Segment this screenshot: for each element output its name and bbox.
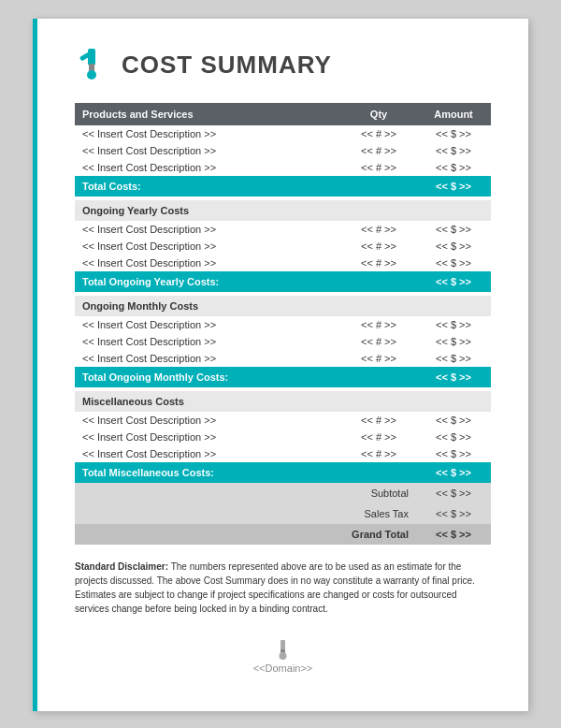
row-amount: << $ >> bbox=[416, 350, 491, 367]
section-header-label: Ongoing Yearly Costs bbox=[75, 200, 491, 221]
row-description: << Insert Cost Description >> bbox=[75, 445, 341, 462]
row-description: << Insert Cost Description >> bbox=[75, 350, 341, 367]
section-total-amount: << $ >> bbox=[416, 462, 491, 483]
table-row: << Insert Cost Description >><< # >><< $… bbox=[75, 221, 491, 238]
table-row: << Insert Cost Description >><< # >><< $… bbox=[75, 333, 491, 350]
page-header: COST SUMMARY bbox=[75, 47, 491, 82]
row-qty: << # >> bbox=[341, 316, 416, 333]
section-header-label: Miscellaneous Costs bbox=[75, 391, 491, 412]
section-total-label: Total Miscellaneous Costs: bbox=[75, 462, 416, 483]
row-amount: << $ >> bbox=[416, 221, 491, 238]
row-amount: << $ >> bbox=[416, 429, 491, 445]
section-header-row: Miscellaneous Costs bbox=[75, 391, 491, 412]
subtotal-value: << $ >> bbox=[416, 483, 491, 503]
row-amount: << $ >> bbox=[416, 238, 491, 255]
table-row: << Insert Cost Description >><< # >><< $… bbox=[75, 255, 491, 271]
row-qty: << # >> bbox=[341, 333, 416, 350]
section-total-amount: << $ >> bbox=[416, 271, 491, 292]
paintbrush-icon bbox=[75, 47, 110, 82]
row-description: << Insert Cost Description >> bbox=[75, 221, 341, 238]
section-total-label: Total Ongoing Yearly Costs: bbox=[75, 271, 416, 292]
section-header-row: Ongoing Yearly Costs bbox=[75, 200, 491, 221]
table-row: << Insert Cost Description >><< # >><< $… bbox=[75, 412, 491, 429]
section-total-row: Total Costs:<< $ >> bbox=[75, 176, 491, 197]
col-header-amount: Amount bbox=[416, 103, 491, 125]
grandtotal-row: Grand Total<< $ >> bbox=[75, 524, 491, 545]
table-row: << Insert Cost Description >><< # >><< $… bbox=[75, 125, 491, 142]
row-qty: << # >> bbox=[341, 142, 416, 159]
section-total-label: Total Ongoing Monthly Costs: bbox=[75, 367, 416, 387]
section-total-label: Total Costs: bbox=[75, 176, 416, 197]
table-row: << Insert Cost Description >><< # >><< $… bbox=[75, 429, 491, 445]
table-row: << Insert Cost Description >><< # >><< $… bbox=[75, 142, 491, 159]
row-amount: << $ >> bbox=[416, 316, 491, 333]
row-description: << Insert Cost Description >> bbox=[75, 255, 341, 271]
section-total-row: Total Miscellaneous Costs:<< $ >> bbox=[75, 462, 491, 483]
row-qty: << # >> bbox=[341, 445, 416, 462]
table-header-row: Products and Services Qty Amount bbox=[75, 103, 491, 125]
section-total-amount: << $ >> bbox=[416, 367, 491, 387]
row-description: << Insert Cost Description >> bbox=[75, 238, 341, 255]
page-title: COST SUMMARY bbox=[122, 51, 332, 80]
table-row: << Insert Cost Description >><< # >><< $… bbox=[75, 445, 491, 462]
salestax-row: Sales Tax<< $ >> bbox=[75, 503, 491, 524]
col-header-qty: Qty bbox=[341, 103, 416, 125]
row-amount: << $ >> bbox=[416, 445, 491, 462]
row-amount: << $ >> bbox=[416, 159, 491, 176]
section-total-row: Total Ongoing Yearly Costs:<< $ >> bbox=[75, 271, 491, 292]
row-description: << Insert Cost Description >> bbox=[75, 125, 341, 142]
subtotal-label: Subtotal bbox=[75, 483, 416, 503]
footer-domain: <<Domain>> bbox=[253, 662, 313, 674]
row-description: << Insert Cost Description >> bbox=[75, 412, 341, 429]
footer-icon bbox=[272, 638, 295, 661]
table-row: << Insert Cost Description >><< # >><< $… bbox=[75, 350, 491, 367]
row-description: << Insert Cost Description >> bbox=[75, 429, 341, 445]
col-header-product: Products and Services bbox=[75, 103, 341, 125]
row-qty: << # >> bbox=[341, 350, 416, 367]
svg-point-2 bbox=[87, 70, 96, 80]
section-header-label: Ongoing Monthly Costs bbox=[75, 296, 491, 316]
row-amount: << $ >> bbox=[416, 125, 491, 142]
salestax-label: Sales Tax bbox=[75, 503, 416, 524]
section-total-amount: << $ >> bbox=[416, 176, 491, 197]
disclaimer: Standard Disclaimer: The numbers represe… bbox=[75, 560, 491, 616]
grandtotal-value: << $ >> bbox=[416, 524, 491, 545]
row-amount: << $ >> bbox=[416, 412, 491, 429]
table-row: << Insert Cost Description >><< # >><< $… bbox=[75, 159, 491, 176]
disclaimer-label: Standard Disclaimer: bbox=[75, 561, 168, 572]
section-header-row: Ongoing Monthly Costs bbox=[75, 296, 491, 316]
footer: <<Domain>> bbox=[75, 638, 491, 674]
cost-table: Products and Services Qty Amount << Inse… bbox=[75, 103, 491, 545]
row-qty: << # >> bbox=[341, 412, 416, 429]
row-amount: << $ >> bbox=[416, 142, 491, 159]
section-total-row: Total Ongoing Monthly Costs:<< $ >> bbox=[75, 367, 491, 387]
row-qty: << # >> bbox=[341, 125, 416, 142]
row-description: << Insert Cost Description >> bbox=[75, 333, 341, 350]
row-description: << Insert Cost Description >> bbox=[75, 159, 341, 176]
table-row: << Insert Cost Description >><< # >><< $… bbox=[75, 238, 491, 255]
row-qty: << # >> bbox=[341, 255, 416, 271]
salestax-value: << $ >> bbox=[416, 503, 491, 524]
row-qty: << # >> bbox=[341, 159, 416, 176]
grandtotal-label: Grand Total bbox=[75, 524, 416, 545]
page: COST SUMMARY Products and Services Qty A… bbox=[33, 19, 528, 711]
row-description: << Insert Cost Description >> bbox=[75, 316, 341, 333]
row-qty: << # >> bbox=[341, 429, 416, 445]
row-description: << Insert Cost Description >> bbox=[75, 142, 341, 159]
row-amount: << $ >> bbox=[416, 333, 491, 350]
table-row: << Insert Cost Description >><< # >><< $… bbox=[75, 316, 491, 333]
subtotal-row: Subtotal<< $ >> bbox=[75, 483, 491, 503]
row-qty: << # >> bbox=[341, 221, 416, 238]
svg-point-6 bbox=[279, 652, 286, 660]
row-qty: << # >> bbox=[341, 238, 416, 255]
row-amount: << $ >> bbox=[416, 255, 491, 271]
